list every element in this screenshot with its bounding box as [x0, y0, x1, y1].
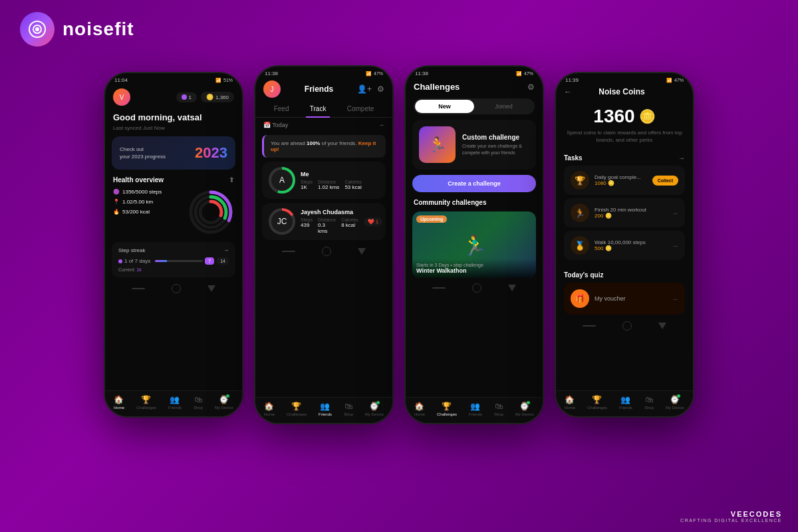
system-nav-4	[556, 319, 693, 334]
task-item-3: 🥇 Walk 10,00,000 steps 500 🪙 →	[564, 231, 685, 260]
task-medal-icon: 🥇	[571, 236, 589, 255]
date-row: 📅 Today →	[255, 118, 392, 132]
task-item-2: 🏃 Finish 20 min workout 200 🪙 →	[564, 198, 685, 227]
ctab-joined[interactable]: Joined	[474, 100, 533, 113]
quiz-arrow[interactable]: →	[672, 295, 678, 303]
system-nav-1	[105, 281, 242, 297]
tab-track[interactable]: Track	[306, 103, 331, 114]
nav-friends-4[interactable]: 👥Friends	[619, 395, 632, 410]
streak-badge: 1	[176, 92, 197, 102]
quiz-section: Today's quiz 🎁 My voucher →	[556, 267, 693, 319]
tab-compete[interactable]: Compete	[343, 103, 378, 114]
quiz-item: 🎁 My voucher →	[564, 283, 685, 315]
status-bar-3: 11:38 📶 47%	[406, 66, 543, 78]
challenge-tabs: New Joined	[414, 98, 535, 114]
task-run-icon: 🏃	[571, 203, 589, 222]
friend-card: JC Jayesh Chudasma Steps 439 Distance 0.…	[262, 203, 386, 240]
tasks-arrow[interactable]: →	[678, 154, 685, 162]
task-arrow-2[interactable]: →	[672, 209, 678, 217]
phone-challenges: 11:38 📶 47% Challenges ⚙ New Joined 🏃 Cu…	[404, 65, 544, 424]
activity-ring-chart	[188, 189, 234, 235]
collect-button[interactable]: Collect	[652, 176, 678, 186]
community-challenge-card: 🏃‍♂️ Upcoming Starts in 3 Days • step ch…	[412, 211, 536, 278]
promo-banner: Check out your 2023 progress 2023	[112, 136, 235, 170]
me-avatar: A	[269, 167, 295, 194]
upcoming-badge: Upcoming	[416, 215, 447, 223]
nav-shop-4[interactable]: 🛍Shop	[644, 395, 654, 410]
footer-tagline: CRAFTING DIGITAL EXCELLENCE	[680, 518, 782, 523]
voucher-icon: 🎁	[571, 289, 589, 308]
like-badge[interactable]: ❤️ 1	[364, 217, 382, 226]
avatar: V	[113, 88, 130, 106]
svg-point-2	[35, 27, 39, 31]
tasks-section: Tasks → 🏆 Daily goal comple... 1080 🪙 Co…	[556, 150, 693, 267]
nav-device-2[interactable]: ⌚ My Device	[365, 402, 384, 416]
ctab-new[interactable]: New	[415, 100, 474, 113]
nav-device-3[interactable]: ⌚ My Device	[515, 402, 534, 416]
status-bar-4: 11:39 📶 47%	[556, 73, 693, 84]
friends-tabs: Feed Track Compete	[255, 100, 392, 118]
footer-brand: VEECODES	[680, 510, 782, 518]
challenges-header: Challenges ⚙	[406, 78, 543, 96]
bottom-nav-3: 🏠Home 🏆Challenges 👥Friends 🛍Shop ⌚ My De…	[406, 397, 543, 423]
share-icon[interactable]: ⬆	[229, 176, 234, 184]
friends-header: J Friends 👤+ ⚙	[255, 78, 392, 100]
nav-shop[interactable]: 🛍 Shop	[194, 395, 203, 410]
filter-icon[interactable]: ⚙	[527, 82, 535, 92]
promo-year: 2023	[195, 144, 227, 162]
custom-challenge-card: 🏃 Custom challenge Create your own chall…	[412, 120, 536, 170]
add-friend-icon[interactable]: 👤+	[357, 84, 372, 94]
challenges-title: Challenges	[414, 82, 460, 92]
phone-coins: 11:39 📶 47% ← Noise Coins 1360 🪙 Spend c…	[555, 72, 694, 418]
nav-home-3[interactable]: 🏠Home	[414, 402, 425, 416]
step-streak-section: Step streak → 1 of 7 days 7 14 Current: …	[112, 242, 235, 277]
nav-home-2[interactable]: 🏠Home	[264, 402, 275, 416]
bottom-nav-1: 🏠 Home 🏆 Challenges 👥 Friends 🛍 Shop ⌚	[105, 390, 242, 416]
nav-friends-2[interactable]: 👥Friends	[319, 402, 332, 416]
nav-shop-2[interactable]: 🛍Shop	[344, 402, 353, 416]
nav-friends[interactable]: 👥 Friends	[168, 395, 182, 410]
last-synced: Last synced Just Now	[105, 125, 242, 134]
topbar-1: V 1 🪙 1,360	[105, 84, 242, 110]
coins-balance: 1360 🪙 Spend coins to claim rewards and …	[556, 99, 693, 150]
system-nav-2	[255, 244, 392, 260]
challenge-image: 🏃	[419, 126, 456, 163]
friends-avatar: J	[263, 80, 281, 98]
status-bar-1: 11:04 📶 51%	[105, 73, 242, 84]
nav-home-4[interactable]: 🏠Home	[565, 395, 575, 410]
phone-friends: 11:38 📶 47% J Friends 👤+ ⚙ Feed Track Co…	[254, 65, 394, 424]
system-nav-3	[406, 281, 543, 297]
nav-device[interactable]: ⌚ My Device	[215, 395, 233, 410]
health-overview: 🟣 1356/5000 steps 📍 1.02/5.00 km 🔥	[105, 186, 242, 238]
nav-shop-3[interactable]: 🛍Shop	[494, 402, 503, 416]
bottom-nav-2: 🏠Home 🏆Challenges 👥Friends 🛍Shop ⌚ My De…	[255, 397, 392, 423]
create-challenge-button[interactable]: Create a challenge	[412, 175, 536, 192]
greeting-text: Good morning, vatsal	[105, 110, 242, 125]
ahead-banner: You are ahead 100% of your friends. Keep…	[262, 135, 386, 158]
me-card: A Me Steps 1K Distance 1.02 kms Calories…	[262, 162, 386, 199]
brand-name: noisefit	[63, 19, 134, 40]
task-arrow-3[interactable]: →	[672, 242, 678, 249]
coin-icon: 🪙	[639, 108, 656, 124]
nav-challenges-3[interactable]: 🏆Challenges	[437, 402, 457, 416]
settings-icon[interactable]: ⚙	[377, 84, 384, 94]
nav-challenges-2[interactable]: 🏆Challenges	[287, 402, 307, 416]
bottom-nav-4: 🏠Home 🏆Challenges 👥Friends 🛍Shop ⌚ My De…	[556, 390, 693, 416]
phone-home: 11:04 📶 51% V 1 🪙 1,360 Good morning, va…	[104, 72, 243, 418]
tab-feed[interactable]: Feed	[270, 103, 293, 114]
phones-container: 11:04 📶 51% V 1 🪙 1,360 Good morning, va…	[0, 65, 798, 424]
nav-challenges-4[interactable]: 🏆Challenges	[587, 395, 607, 410]
logo-icon	[20, 12, 55, 47]
coins-title: Noise Coins	[598, 87, 644, 96]
task-trophy-icon: 🏆	[571, 171, 589, 190]
nav-home[interactable]: 🏠 Home	[114, 395, 124, 410]
back-button[interactable]: ←	[564, 87, 572, 96]
friend-avatar: JC	[269, 208, 295, 235]
community-section-title: Community challenges	[406, 196, 543, 209]
footer: VEECODES CRAFTING DIGITAL EXCELLENCE	[680, 510, 782, 523]
nav-device-4[interactable]: ⌚ My Device	[666, 395, 684, 410]
health-section-title: Health overview ⬆	[105, 172, 242, 186]
nav-friends-3[interactable]: 👥Friends	[469, 402, 482, 416]
nav-challenges[interactable]: 🏆 Challenges	[136, 395, 156, 410]
friends-title: Friends	[305, 84, 333, 94]
